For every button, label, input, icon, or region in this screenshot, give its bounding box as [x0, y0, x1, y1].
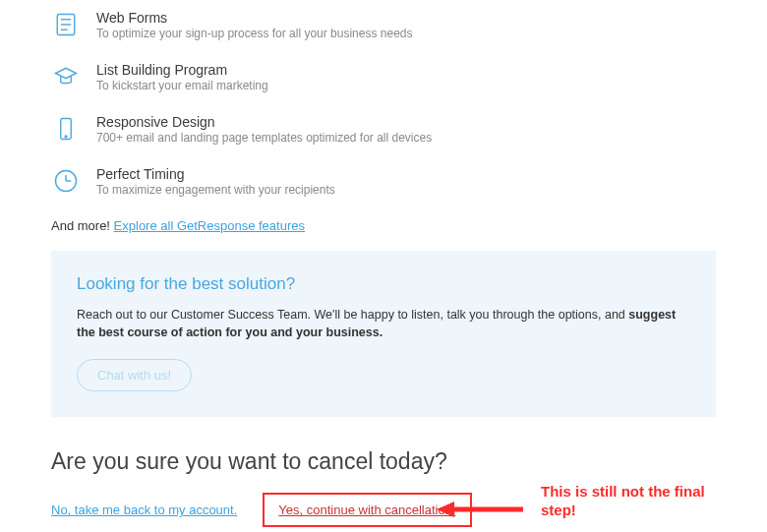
and-more-prefix: And more!: [51, 218, 114, 233]
svg-point-5: [65, 136, 67, 138]
panel-body: Reach out to our Customer Success Team. …: [77, 306, 690, 341]
feature-title: Responsive Design: [96, 114, 432, 130]
feature-web-forms: Web Forms To optimize your sign-up proce…: [51, 10, 716, 40]
yes-continue-cancellation-link[interactable]: Yes, continue with cancellation.: [278, 502, 455, 517]
graduation-cap-icon: [51, 62, 81, 91]
feature-desc: To optimize your sign-up process for all…: [96, 27, 413, 40]
mobile-icon: [51, 114, 81, 144]
no-take-me-back-link[interactable]: No, take me back to my account.: [51, 502, 237, 517]
panel-body-prefix: Reach out to our Customer Success Team. …: [77, 308, 628, 322]
form-icon: [51, 10, 81, 39]
feature-responsive-design: Responsive Design 700+ email and landing…: [51, 114, 716, 145]
cancel-action-row: No, take me back to my account. Yes, con…: [51, 493, 716, 527]
svg-marker-10: [437, 502, 454, 517]
feature-title: List Building Program: [96, 62, 268, 78]
feature-desc: To maximize engagement with your recipie…: [96, 183, 335, 197]
annotation-text: This is still not the final step!: [541, 483, 708, 520]
and-more-line: And more! Explore all GetResponse featur…: [51, 218, 716, 233]
panel-title: Looking for the best solution?: [77, 274, 690, 294]
annotation-arrow-icon: [437, 499, 525, 520]
feature-title: Web Forms: [96, 10, 413, 26]
explore-features-link[interactable]: Explore all GetResponse features: [114, 218, 305, 233]
clock-icon: [51, 166, 81, 196]
feature-desc: To kickstart your email marketing: [96, 79, 268, 92]
feature-list-building: List Building Program To kickstart your …: [51, 62, 716, 92]
cancel-heading: Are you sure you want to cancel today?: [51, 448, 716, 475]
chat-with-us-button[interactable]: Chat with us!: [77, 359, 192, 391]
help-panel: Looking for the best solution? Reach out…: [51, 251, 716, 417]
feature-desc: 700+ email and landing page templates op…: [96, 131, 432, 145]
feature-perfect-timing: Perfect Timing To maximize engagement wi…: [51, 166, 716, 197]
feature-title: Perfect Timing: [96, 166, 335, 182]
